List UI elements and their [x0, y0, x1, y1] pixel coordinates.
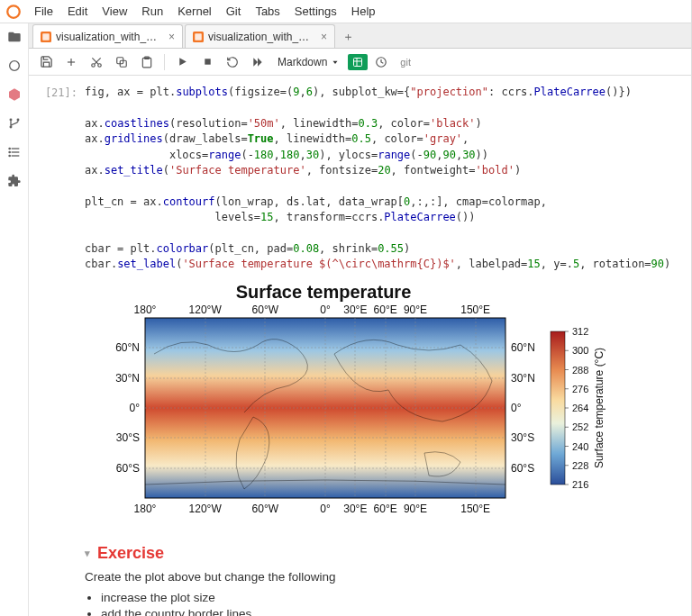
notebook-area[interactable]: [21]: fig, ax = plt.subplots(figsize=(9,… — [29, 76, 691, 616]
notebook-toolbar: Markdown git — [29, 49, 691, 76]
list-item: add the country border lines — [101, 607, 678, 616]
menu-tabs[interactable]: Tabs — [248, 2, 287, 21]
exercise-list: increase the plot size add the country b… — [101, 591, 678, 616]
code-content: fig, ax = plt.subplots(figsize=(9,6), su… — [85, 85, 678, 273]
svg-point-2 — [9, 119, 12, 122]
svg-text:30°N: 30°N — [511, 371, 535, 384]
chevron-down-icon — [331, 58, 340, 67]
svg-rect-26 — [205, 59, 210, 64]
activity-bar — [0, 23, 29, 616]
svg-text:30°N: 30°N — [115, 371, 140, 384]
svg-point-8 — [9, 148, 10, 149]
svg-text:0°: 0° — [320, 503, 331, 515]
celltype-label: Markdown — [278, 56, 327, 68]
close-icon[interactable]: × — [168, 31, 175, 43]
chart-title: Surface temperature — [235, 282, 411, 302]
svg-point-18 — [98, 63, 102, 67]
puzzle-icon[interactable] — [6, 173, 23, 189]
git-branch-icon[interactable] — [6, 115, 23, 131]
svg-text:60°S: 60°S — [511, 461, 534, 474]
menu-file[interactable]: File — [27, 2, 60, 21]
svg-text:0°: 0° — [320, 303, 331, 316]
doc-tab[interactable]: visualization_with_Matplotl × — [185, 24, 335, 48]
menu-run[interactable]: Run — [134, 2, 170, 21]
svg-text:60°S: 60°S — [115, 461, 139, 474]
svg-rect-30 — [354, 58, 362, 66]
svg-text:180°: 180° — [133, 303, 156, 316]
svg-text:276: 276 — [572, 383, 588, 394]
stop-button[interactable] — [196, 51, 219, 73]
running-kernels-icon[interactable] — [6, 58, 23, 74]
cut-button[interactable] — [85, 51, 108, 73]
notebook-icon — [41, 32, 51, 42]
copy-button[interactable] — [110, 51, 133, 73]
svg-point-17 — [92, 63, 96, 67]
svg-text:Surface temperature (°C): Surface temperature (°C) — [593, 348, 606, 468]
svg-text:60°N: 60°N — [115, 341, 140, 354]
code-cell[interactable]: [21]: fig, ax = plt.subplots(figsize=(9,… — [34, 85, 678, 273]
insert-cell-button[interactable] — [59, 51, 83, 73]
celltype-dropdown[interactable]: Markdown — [271, 51, 346, 73]
svg-rect-74 — [551, 331, 565, 485]
menu-edit[interactable]: Edit — [60, 2, 95, 21]
svg-text:60°E: 60°E — [373, 303, 396, 316]
svg-text:30°S: 30°S — [115, 431, 139, 444]
jupyter-logo-icon — [5, 4, 22, 20]
output-figure: Surface temperature — [34, 282, 678, 528]
collapse-triangle-icon[interactable]: ▾ — [85, 548, 90, 559]
svg-rect-14 — [195, 33, 202, 41]
svg-point-3 — [9, 126, 12, 129]
svg-text:216: 216 — [572, 479, 588, 490]
svg-text:264: 264 — [572, 403, 588, 413]
close-icon[interactable]: × — [321, 31, 327, 43]
doc-tab-label: visualization_with_Matplotl — [208, 31, 316, 43]
svg-marker-27 — [253, 58, 258, 66]
doc-tab-label: visualization_with_Matplotl — [56, 31, 164, 43]
svg-text:60°E: 60°E — [373, 503, 396, 515]
svg-marker-29 — [333, 60, 338, 63]
markdown-cell-exercise[interactable]: ▾ Exercise Create the plot above but cha… — [34, 544, 678, 616]
svg-marker-28 — [258, 58, 262, 66]
svg-text:312: 312 — [572, 326, 588, 337]
notebook-icon — [193, 32, 204, 42]
svg-point-10 — [9, 155, 10, 156]
svg-text:0°: 0° — [129, 402, 140, 414]
run-button[interactable] — [170, 51, 194, 73]
svg-text:60°N: 60°N — [511, 341, 535, 354]
exercise-intro: Create the plot above but change the fol… — [85, 570, 678, 584]
new-tab-button[interactable]: ＋ — [337, 26, 359, 48]
run-all-button[interactable] — [246, 51, 269, 73]
toc-list-icon[interactable] — [6, 144, 23, 160]
svg-text:288: 288 — [572, 364, 588, 375]
folder-icon[interactable] — [6, 29, 23, 45]
doc-tab-active[interactable]: visualization_with_Matplotl × — [32, 24, 183, 48]
svg-marker-25 — [179, 58, 187, 66]
svg-text:228: 228 — [572, 459, 588, 470]
svg-text:60°W: 60°W — [251, 303, 278, 316]
menu-git[interactable]: Git — [219, 2, 249, 21]
svg-text:300: 300 — [572, 345, 588, 356]
svg-text:60°W: 60°W — [251, 503, 278, 515]
menu-view[interactable]: View — [95, 2, 134, 21]
svg-point-0 — [7, 5, 20, 18]
toolbar-separator — [164, 54, 165, 70]
list-item: increase the plot size — [101, 591, 678, 604]
menu-kernel[interactable]: Kernel — [170, 2, 219, 21]
menu-help[interactable]: Help — [344, 2, 383, 21]
document-tabs: visualization_with_Matplotl × visualizat… — [29, 23, 691, 49]
save-button[interactable] — [34, 51, 58, 73]
svg-point-4 — [16, 119, 19, 122]
svg-text:150°E: 150°E — [460, 503, 490, 515]
exercise-heading: ▾ Exercise — [85, 544, 678, 563]
svg-text:240: 240 — [572, 440, 588, 451]
menu-settings[interactable]: Settings — [287, 2, 344, 21]
svg-text:120°W: 120°W — [188, 303, 222, 316]
svg-text:120°W: 120°W — [188, 503, 222, 515]
svg-rect-12 — [42, 33, 50, 41]
svg-text:90°E: 90°E — [403, 503, 426, 515]
restart-button[interactable] — [221, 51, 244, 73]
paste-button[interactable] — [135, 51, 159, 73]
clock-icon[interactable] — [369, 51, 393, 73]
render-button[interactable] — [348, 54, 368, 70]
extensions-cube-icon[interactable] — [6, 86, 23, 103]
